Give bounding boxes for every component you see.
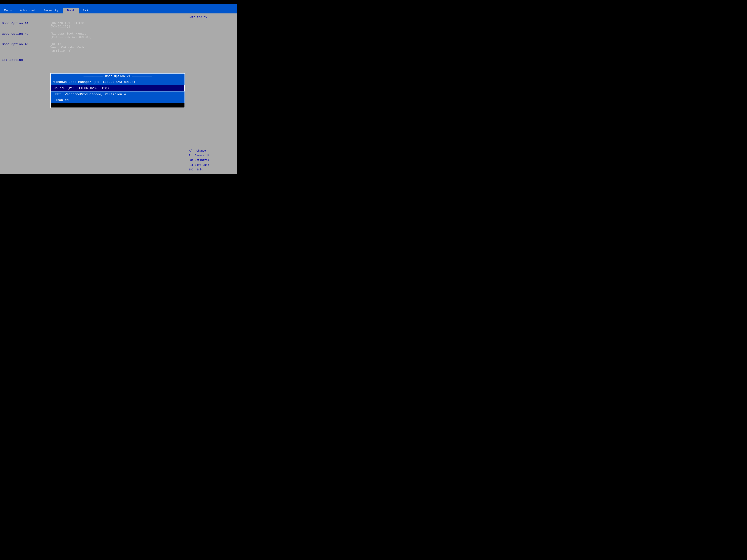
bios-screen: MainAdvancedSecurityBootExit Boot Option… <box>0 4 237 174</box>
boot-option-1-value: [ubuntu (P1: LITEONCV3-8D128)] <box>50 22 84 28</box>
popup-item-windows[interactable]: Windows Boot Manager (P1: LITEON CV3-8D1… <box>51 79 184 85</box>
efi-setting-row: EFI Setting <box>2 58 185 62</box>
boot-option-row-2: Boot Option #2 [Windows Boot Manager(P1:… <box>2 32 185 39</box>
efi-setting-label: EFI Setting <box>2 58 23 62</box>
boot-option-2-label: Boot Option #2 <box>2 32 43 36</box>
boot-option-3-value: [UEFI:VendorCoProductCode,Partition 4] <box>50 43 86 53</box>
nav-item-exit[interactable]: Exit <box>79 8 95 14</box>
nav-item-security[interactable]: Security <box>39 8 63 14</box>
nav-item-advanced[interactable]: Advanced <box>16 8 40 14</box>
main-content: Boot Option #1 [ubuntu (P1: LITEONCV3-8D… <box>0 14 237 174</box>
right-panel: Sets the sy +/-: Change F1: General H F3… <box>187 14 237 174</box>
popup-item-ubuntu[interactable]: ubuntu (P1: LITEON CV3-8D128) <box>51 85 184 91</box>
nav-item-boot[interactable]: Boot <box>63 8 79 14</box>
popup-item-uefi[interactable]: UEFI: VendorCoProductCode, Partition 4 <box>51 91 184 97</box>
header-bar <box>0 4 237 7</box>
help-text: Sets the sy <box>189 15 236 20</box>
boot-option-1-label: Boot Option #1 <box>2 22 43 25</box>
boot-option-row-3: Boot Option #3 [UEFI:VendorCoProductCode… <box>2 43 185 53</box>
left-panel: Boot Option #1 [ubuntu (P1: LITEONCV3-8D… <box>0 14 187 174</box>
popup-black-bar <box>51 103 184 108</box>
boot-option-2-value: [Windows Boot Manager(P1: LITEON CV3-8D1… <box>50 32 92 39</box>
boot-option-3-label: Boot Option #3 <box>2 43 43 46</box>
key-hints: +/-: Change F1: General H F3: Optimized … <box>189 149 236 172</box>
boot-option-row-1: Boot Option #1 [ubuntu (P1: LITEONCV3-8D… <box>2 22 185 28</box>
nav-bar: MainAdvancedSecurityBootExit <box>0 7 237 14</box>
popup-title: ——————————— Boot Option #1 ——————————— <box>51 74 184 79</box>
popup-item-disabled[interactable]: Disabled <box>51 97 184 103</box>
nav-item-main[interactable]: Main <box>0 8 16 14</box>
boot-option-popup: ——————————— Boot Option #1 ——————————— W… <box>50 73 185 108</box>
